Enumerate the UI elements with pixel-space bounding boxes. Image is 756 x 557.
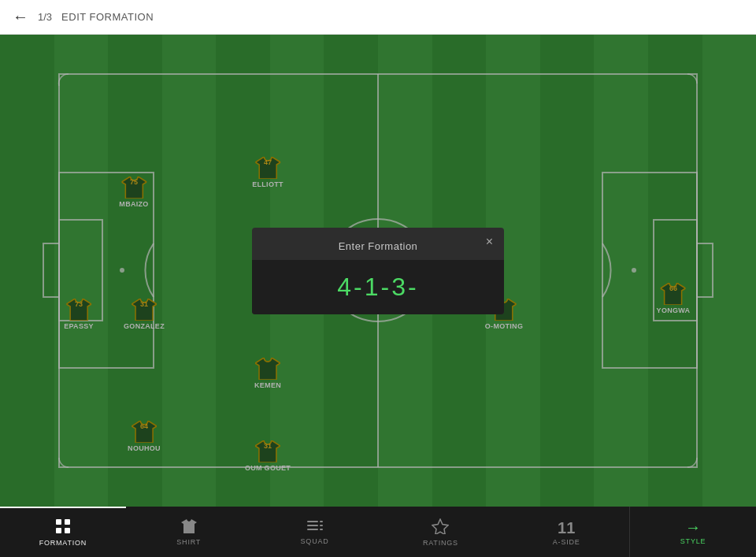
nav-item-formation[interactable]: FORMATION — [0, 507, 126, 557]
modal-close-button[interactable]: × — [486, 236, 493, 248]
nav-item-style[interactable]: → STYLE — [629, 507, 756, 557]
nav-item-aside[interactable]: 11 A-SIDE — [503, 507, 629, 557]
aside-icon: 11 — [558, 520, 575, 536]
bottom-nav: FORMATION SHIRT SQUAD R — [0, 507, 756, 557]
step-indicator: 1/3 — [38, 11, 52, 23]
formation-label: FORMATION — [39, 539, 87, 547]
svg-rect-16 — [307, 521, 318, 522]
formation-modal: × Enter Formation 4-1-3- — [252, 228, 504, 314]
style-arrow-icon: → — [685, 519, 701, 535]
svg-rect-15 — [65, 528, 70, 533]
ratings-label: RATINGS — [423, 539, 458, 547]
svg-rect-12 — [56, 519, 61, 525]
svg-rect-20 — [320, 525, 323, 526]
modal-input-area[interactable]: 4-1-3- — [252, 260, 504, 314]
shirt-label: SHIRT — [176, 538, 201, 546]
shirt-icon — [181, 519, 197, 536]
modal-overlay: × Enter Formation 4-1-3- — [0, 35, 756, 507]
svg-rect-21 — [320, 529, 323, 530]
formation-icon — [55, 518, 71, 537]
nav-item-ratings[interactable]: RATINGS — [377, 507, 503, 557]
aside-label: A-SIDE — [553, 538, 580, 546]
svg-rect-19 — [320, 521, 323, 522]
back-button[interactable]: ← — [13, 8, 28, 26]
ratings-icon — [432, 518, 449, 537]
nav-item-shirt[interactable]: SHIRT — [126, 507, 252, 557]
svg-marker-22 — [432, 519, 448, 534]
pitch-container: 75 MBAIZO 73 EPASSY 31 GONZALEZ — [0, 35, 756, 507]
squad-icon — [307, 520, 323, 535]
formation-value: 4-1-3- — [337, 273, 418, 301]
svg-rect-18 — [307, 529, 318, 530]
svg-rect-13 — [65, 519, 70, 525]
top-bar: ← 1/3 EDIT FORMATION — [0, 0, 756, 35]
style-label: STYLE — [680, 537, 706, 545]
svg-rect-17 — [307, 525, 318, 526]
page-title: EDIT FORMATION — [61, 11, 154, 23]
modal-title: Enter Formation — [252, 228, 504, 260]
nav-item-squad[interactable]: SQUAD — [252, 507, 378, 557]
squad-label: SQUAD — [301, 537, 329, 545]
svg-rect-14 — [56, 528, 61, 533]
